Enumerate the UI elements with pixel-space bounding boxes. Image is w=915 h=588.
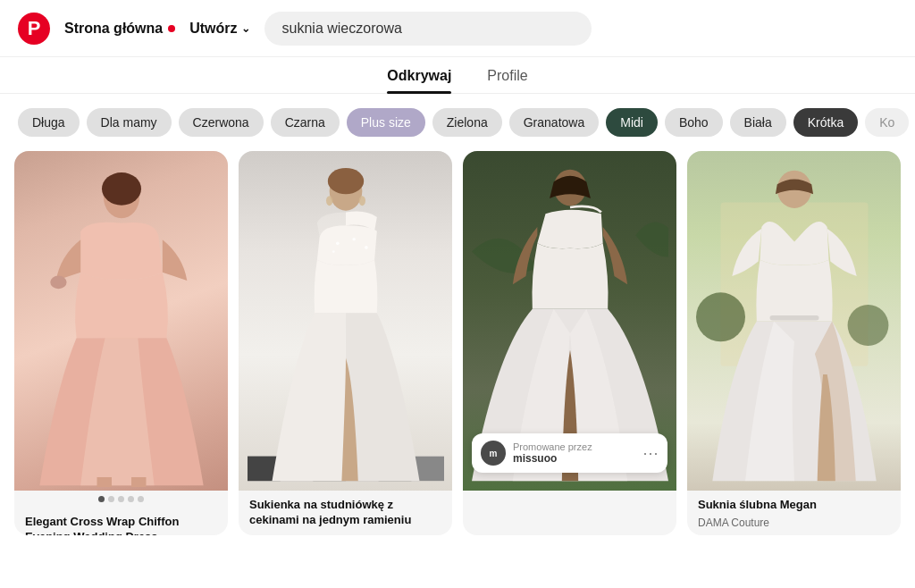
svg-point-1 (102, 172, 141, 206)
chip-czarna[interactable]: Czarna (271, 108, 340, 137)
dress-4-svg (696, 160, 893, 491)
svg-point-16 (332, 250, 334, 253)
card-1-title: Elegant Cross Wrap Chiffon Evening Weddi… (14, 508, 228, 535)
card-4-image (687, 151, 901, 491)
home-nav[interactable]: Strona główna (64, 21, 175, 37)
svg-point-14 (352, 238, 356, 241)
chip-boho[interactable]: Boho (665, 108, 723, 137)
dot-2 (108, 496, 114, 502)
dot-5 (138, 496, 144, 502)
pinterest-icon: P (28, 17, 41, 40)
card-4-title: Suknia ślubna Megan (687, 491, 901, 517)
home-dot (168, 25, 175, 32)
promo-text-container: Promowane przez missuoo (513, 441, 635, 465)
card-white-dress[interactable]: Sukienka na studniówkę z cekinami na jed… (239, 151, 452, 535)
chip-dluga[interactable]: Długa (18, 108, 80, 137)
card-1-dots (14, 491, 228, 508)
promo-logo-text: m (490, 449, 498, 458)
promo-more-icon[interactable]: ⋯ (642, 443, 659, 463)
dot-1 (98, 496, 105, 502)
dress-2-svg (248, 160, 444, 491)
search-input[interactable] (264, 12, 592, 46)
filter-chips: Długa Dla mamy Czerwona Czarna Plus size… (0, 94, 915, 151)
card-4-subtitle: DAMA Couture (687, 517, 901, 535)
dot-4 (128, 496, 134, 502)
svg-point-19 (696, 292, 745, 341)
svg-point-10 (327, 168, 363, 194)
svg-point-20 (847, 305, 888, 346)
chip-zielona[interactable]: Zielona (432, 108, 502, 137)
card-2-title: Sukienka na studniówkę z cekinami na jed… (239, 491, 452, 532)
card-1-image (14, 151, 228, 491)
svg-point-13 (336, 242, 340, 246)
tab-profile[interactable]: Profile (487, 68, 527, 93)
promo-source: missuoo (513, 452, 635, 465)
image-grid: Elegant Cross Wrap Chiffon Evening Weddi… (0, 151, 915, 535)
svg-rect-4 (131, 477, 147, 487)
pinterest-logo[interactable]: P (18, 13, 50, 45)
create-nav[interactable]: Utwórz ⌄ (189, 21, 249, 37)
card-2-image (239, 151, 452, 491)
create-label: Utwórz (189, 21, 237, 37)
dot-3 (118, 496, 124, 502)
header: P Strona główna Utwórz ⌄ (0, 0, 915, 57)
chip-midi[interactable]: Midi (606, 108, 658, 137)
tabs-container: Odkrywaj Profile (0, 57, 915, 94)
chip-ko[interactable]: Ko (865, 108, 909, 137)
card-pink-dress[interactable]: Elegant Cross Wrap Chiffon Evening Weddi… (14, 151, 228, 535)
chip-granatowa[interactable]: Granatowa (509, 108, 599, 137)
chip-dla-mamy[interactable]: Dla mamy (87, 108, 172, 137)
card-wedding-dress[interactable]: Suknia ślubna Megan DAMA Couture (687, 151, 901, 535)
svg-rect-3 (97, 477, 112, 487)
promo-logo: m (481, 441, 506, 466)
svg-point-15 (365, 246, 368, 249)
svg-point-11 (326, 196, 332, 206)
chip-biala[interactable]: Biała (730, 108, 786, 137)
svg-point-12 (358, 196, 365, 206)
tab-odkrywaj[interactable]: Odkrywaj (387, 68, 451, 93)
home-label: Strona główna (64, 21, 163, 37)
chip-plus-size[interactable]: Plus size (347, 108, 425, 137)
svg-point-2 (50, 276, 66, 290)
promo-title: Promowane przez (513, 441, 635, 452)
promoted-badge[interactable]: m Promowane przez missuoo ⋯ (472, 433, 667, 473)
chevron-down-icon: ⌄ (241, 22, 250, 35)
card-flowy-dress[interactable]: m Promowane przez missuoo ⋯ (463, 151, 676, 535)
chip-krotka[interactable]: Krótka (793, 108, 858, 137)
svg-rect-22 (769, 315, 818, 321)
dress-1-svg (23, 169, 220, 491)
chip-czerwona[interactable]: Czerwona (179, 108, 264, 137)
